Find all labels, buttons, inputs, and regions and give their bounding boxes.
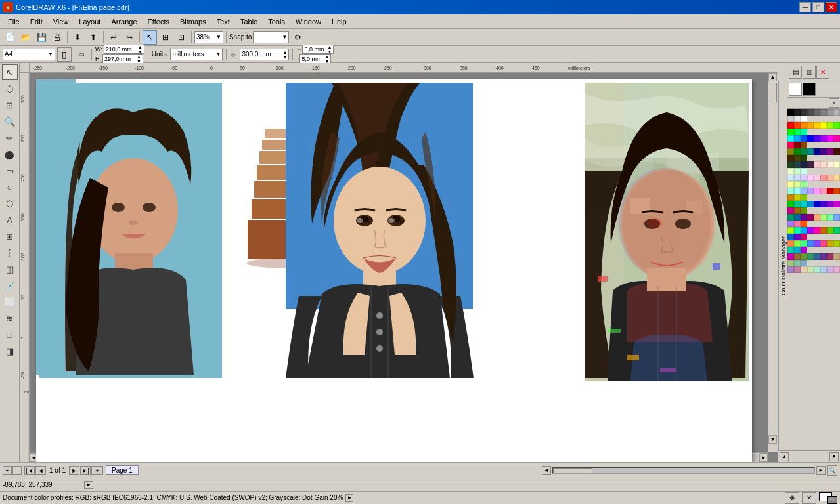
color-black[interactable] [803, 83, 816, 96]
tool-table[interactable]: ⊞ [2, 228, 18, 244]
color-swatch[interactable] [787, 142, 794, 148]
stroke-preview[interactable]: □ [827, 496, 837, 504]
tool-outline[interactable]: ⬜ [2, 294, 18, 310]
portrait-button[interactable]: ▯ [57, 47, 72, 62]
print-preview-icon[interactable]: ✕ [802, 492, 816, 504]
color-swatch[interactable] [787, 247, 794, 253]
color-swatch[interactable] [794, 234, 801, 240]
color-swatch[interactable] [787, 109, 794, 116]
color-swatch[interactable] [833, 253, 840, 260]
color-swatch[interactable] [794, 253, 801, 260]
color-swatch[interactable] [787, 188, 794, 194]
color-swatch[interactable] [787, 175, 794, 181]
color-swatch[interactable] [807, 175, 814, 181]
color-swatch[interactable] [787, 181, 794, 188]
color-swatch[interactable] [820, 240, 827, 247]
menu-text[interactable]: Text [211, 16, 235, 27]
color-swatch[interactable] [820, 188, 827, 194]
color-swatch[interactable] [833, 135, 840, 142]
color-swatch[interactable] [787, 201, 794, 207]
color-swatch[interactable] [820, 227, 827, 234]
palette-close[interactable]: ✕ [816, 66, 829, 79]
color-swatch[interactable] [794, 148, 801, 155]
menu-layout[interactable]: Layout [74, 16, 106, 27]
color-swatch[interactable] [820, 253, 827, 260]
tool-zoom[interactable]: 🔍 [2, 114, 18, 129]
menu-arrange[interactable]: Arrange [106, 16, 142, 27]
color-swatch[interactable] [814, 161, 820, 168]
color-swatch[interactable] [787, 161, 794, 168]
maximize-button[interactable]: □ [812, 2, 824, 12]
color-swatch[interactable] [814, 240, 820, 247]
color-swatch[interactable] [787, 129, 794, 135]
color-swatch[interactable] [801, 227, 807, 234]
color-swatch[interactable] [807, 214, 814, 220]
color-swatch[interactable] [801, 148, 807, 155]
color-icon[interactable]: ⊕ [785, 492, 799, 504]
color-swatch[interactable] [801, 253, 807, 260]
redo-button[interactable]: ↪ [122, 30, 137, 45]
color-swatch[interactable] [807, 109, 814, 116]
color-swatch[interactable] [794, 260, 801, 266]
menu-file[interactable]: File [3, 16, 25, 27]
tool-parallel[interactable]: ⁅ [2, 245, 18, 261]
color-swatch[interactable] [807, 148, 814, 155]
palette-scroll-up[interactable]: ▲ [780, 452, 789, 461]
color-swatch[interactable] [794, 142, 801, 148]
color-swatch[interactable] [787, 168, 794, 175]
color-swatch[interactable] [827, 253, 833, 260]
color-swatch[interactable] [833, 109, 840, 116]
color-swatch[interactable] [801, 234, 807, 240]
transform-button[interactable]: ⊞ [158, 30, 173, 45]
coords-expand-button[interactable]: ► [84, 481, 93, 489]
color-swatch[interactable] [801, 207, 807, 214]
color-swatch[interactable] [820, 201, 827, 207]
width-input[interactable]: 210,0 mm ▲▼ [104, 45, 144, 54]
tool-text[interactable]: A [2, 212, 18, 228]
color-swatch[interactable] [814, 148, 820, 155]
color-swatch[interactable] [807, 227, 814, 234]
color-swatch[interactable] [787, 234, 794, 240]
color-swatch[interactable] [833, 122, 840, 129]
color-swatch[interactable] [833, 214, 840, 220]
transform2-button[interactable]: ⊡ [174, 30, 188, 45]
snap-dropdown-icon[interactable]: ▼ [282, 34, 287, 40]
tool-smartfill[interactable]: ⬤ [2, 146, 18, 162]
tool-rect[interactable]: ▭ [2, 163, 18, 178]
save-button[interactable]: 💾 [34, 30, 49, 45]
menu-help[interactable]: Help [326, 16, 352, 27]
tool-polygon[interactable]: ⬡ [2, 196, 18, 211]
page-size-combo[interactable]: A4 ▼ [3, 49, 55, 60]
export-button[interactable]: ⬆ [86, 30, 100, 45]
color-swatch[interactable] [801, 116, 807, 122]
color-swatch[interactable] [794, 247, 801, 253]
color-swatch[interactable] [794, 181, 801, 188]
color-swatch[interactable] [801, 194, 807, 201]
add-page-button[interactable]: + [3, 466, 12, 475]
color-swatch[interactable] [794, 266, 801, 273]
color-swatch[interactable] [827, 161, 833, 168]
color-swatch[interactable] [787, 253, 794, 260]
page-1-tab[interactable]: Page 1 [106, 465, 139, 475]
color-swatch[interactable] [801, 240, 807, 247]
color-swatch[interactable] [833, 240, 840, 247]
color-swatch[interactable] [833, 148, 840, 155]
tool-blend[interactable]: ≋ [2, 310, 18, 326]
color-profiles-expand[interactable]: ► [345, 494, 353, 502]
color-swatch[interactable] [794, 155, 801, 161]
color-swatch[interactable] [787, 194, 794, 201]
tool-select[interactable]: ↖ [2, 64, 18, 80]
color-swatch[interactable] [820, 135, 827, 142]
color-swatch[interactable] [820, 266, 827, 273]
color-swatch[interactable] [833, 175, 840, 181]
color-swatch[interactable] [827, 188, 833, 194]
tool-crop[interactable]: ⊡ [2, 97, 18, 113]
color-swatch[interactable] [801, 266, 807, 273]
color-swatch[interactable] [814, 266, 820, 273]
color-swatch[interactable] [827, 266, 833, 273]
x-coord-spinner[interactable]: ▲▼ [282, 50, 287, 59]
color-white[interactable] [789, 83, 802, 96]
canvas-area[interactable]: -250 -200 -150 -100 -50 0 50 100 150 200… [20, 63, 778, 462]
color-swatch[interactable] [820, 122, 827, 129]
color-swatch[interactable] [801, 161, 807, 168]
